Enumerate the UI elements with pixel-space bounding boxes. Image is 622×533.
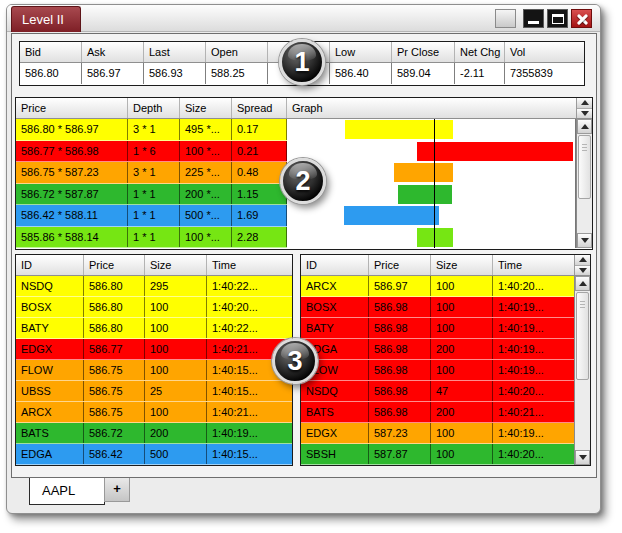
- size-cell: 100: [431, 297, 493, 317]
- column-header-netchg: Net Chg: [455, 42, 505, 62]
- price-cell: 586.80 * 586.97: [16, 119, 128, 140]
- column-header-low: Low: [330, 42, 392, 62]
- size-cell: 100: [145, 339, 207, 359]
- callout-badge-3: 3: [272, 338, 318, 384]
- column-header-size[interactable]: Size: [431, 255, 493, 275]
- ask-row[interactable]: EDGX 587.23 100 1:40:19...: [301, 423, 574, 444]
- size-cell: 200: [431, 402, 493, 422]
- price-cell: 587.87: [369, 444, 431, 464]
- column-header-id[interactable]: ID: [301, 255, 369, 275]
- bid-row[interactable]: UBSS 586.75 25 1:40:15...: [16, 381, 292, 402]
- depth-row[interactable]: 585.86 * 588.14 1 * 1 100 *... 2.28: [16, 227, 287, 249]
- netchg-value: -2.11: [455, 63, 505, 84]
- depth-row[interactable]: 586.72 * 587.87 1 * 1 200 *... 1.15: [16, 184, 287, 206]
- depth-row[interactable]: 586.75 * 587.23 3 * 1 225 *... 0.48: [16, 162, 287, 184]
- id-cell: ARCX: [301, 276, 369, 296]
- scroll-up-button[interactable]: [577, 119, 592, 134]
- column-header-size[interactable]: Size: [145, 255, 207, 275]
- column-header-id[interactable]: ID: [16, 255, 84, 275]
- scroll-thumb[interactable]: [576, 292, 589, 380]
- column-header-price[interactable]: Price: [84, 255, 145, 275]
- id-cell: EDGX: [16, 339, 84, 359]
- size-cell: 100: [145, 318, 207, 338]
- spin-down-button[interactable]: [577, 109, 592, 119]
- price-cell: 586.72: [84, 423, 145, 443]
- id-cell: EDGX: [301, 423, 369, 443]
- minimize-button[interactable]: [523, 9, 544, 28]
- bid-row[interactable]: EDGX 586.77 100 1:40:21...: [16, 339, 292, 360]
- bid-row[interactable]: EDGA 586.42 500 1:40:15...: [16, 444, 292, 465]
- ask-row[interactable]: ARCX 586.97 100 1:40:20...: [301, 276, 574, 297]
- bid-row[interactable]: BOSX 586.80 100 1:40:20...: [16, 297, 292, 318]
- column-header-vol: Vol: [505, 42, 584, 62]
- depth-row[interactable]: 586.77 * 586.98 1 * 6 100 *... 0.21: [16, 141, 287, 163]
- maximize-button[interactable]: [547, 9, 568, 28]
- ask-scrollbar[interactable]: [574, 276, 590, 465]
- scroll-track[interactable]: [575, 381, 590, 450]
- bid-row[interactable]: ARCX 586.75 100 1:40:21...: [16, 402, 292, 423]
- column-header-time[interactable]: Time: [207, 255, 292, 275]
- time-cell: 1:40:20...: [493, 276, 574, 296]
- price-cell: 586.98: [369, 402, 431, 422]
- spread-cell: 1.15: [232, 184, 287, 205]
- spin-up-button[interactable]: [577, 98, 592, 109]
- time-cell: 1:40:19...: [493, 339, 574, 359]
- column-header-bid: Bid: [20, 42, 82, 62]
- ask-row[interactable]: BOSX 586.98 100 1:40:19...: [301, 297, 574, 318]
- column-header-depth[interactable]: Depth: [128, 98, 180, 118]
- bid-row[interactable]: FLOW 586.75 100 1:40:15...: [16, 360, 292, 381]
- depth-header-row: Price Depth Size Spread Graph: [16, 98, 592, 119]
- ask-row[interactable]: NSDQ 586.98 47 1:40:20...: [301, 381, 574, 402]
- price-cell: 586.98: [369, 360, 431, 380]
- id-cell: BATY: [301, 318, 369, 338]
- price-cell: 586.97: [369, 276, 431, 296]
- chevron-down-icon: [581, 238, 589, 243]
- ask-row[interactable]: SBSH 587.87 100 1:40:20...: [301, 444, 574, 465]
- close-button[interactable]: [571, 9, 592, 28]
- size-cell: 200: [145, 423, 207, 443]
- chevron-up-icon: [579, 281, 587, 286]
- scroll-track[interactable]: [577, 200, 592, 233]
- scroll-up-button[interactable]: [575, 276, 590, 291]
- depth-row[interactable]: 586.80 * 586.97 3 * 1 495 *... 0.17: [16, 119, 287, 141]
- time-cell: 1:40:19...: [493, 297, 574, 317]
- price-cell: 585.86 * 588.14: [16, 227, 128, 248]
- depth-scrollbar[interactable]: [576, 119, 592, 248]
- price-cell: 586.75: [84, 402, 145, 422]
- maximize-icon: [552, 14, 564, 24]
- ask-value: 586.97: [82, 63, 144, 84]
- window-title-tab: Level II: [11, 6, 81, 32]
- open-value: 588.25: [206, 63, 268, 84]
- depth-cell: 1 * 6: [128, 141, 180, 162]
- size-cell: 100: [145, 360, 207, 380]
- time-cell: 1:40:22...: [207, 318, 292, 338]
- ask-row[interactable]: BATS 586.98 200 1:40:21...: [301, 402, 574, 423]
- ask-row[interactable]: EDGA 586.98 200 1:40:19...: [301, 339, 574, 360]
- window-blank-button[interactable]: [495, 9, 516, 28]
- column-header-graph[interactable]: Graph: [287, 98, 576, 118]
- depth-cell: 3 * 1: [128, 162, 180, 183]
- size-cell: 47: [431, 381, 493, 401]
- ask-row[interactable]: BATY 586.98 100 1:40:19...: [301, 318, 574, 339]
- bid-row[interactable]: BATS 586.72 200 1:40:19...: [16, 423, 292, 444]
- add-tab-button[interactable]: +: [104, 478, 130, 502]
- scroll-thumb[interactable]: [578, 135, 591, 199]
- chevron-down-icon: [579, 268, 587, 273]
- bid-row[interactable]: NSDQ 586.80 295 1:40:22...: [16, 276, 292, 297]
- titlebar[interactable]: Level II: [7, 5, 600, 32]
- ask-row[interactable]: FLOW 586.98 100 1:40:19...: [301, 360, 574, 381]
- column-header-price[interactable]: Price: [16, 98, 128, 118]
- depth-row[interactable]: 586.42 * 588.11 1 * 1 500 *... 1.69: [16, 205, 287, 227]
- price-cell: 586.75 * 587.23: [16, 162, 128, 183]
- scroll-down-button[interactable]: [575, 450, 590, 465]
- column-header-size[interactable]: Size: [180, 98, 232, 118]
- tab-aapl[interactable]: AAPL: [29, 478, 105, 505]
- spin-down-button[interactable]: [575, 266, 590, 276]
- bid-row[interactable]: BATY 586.80 100 1:40:22...: [16, 318, 292, 339]
- column-header-time[interactable]: Time: [493, 255, 574, 275]
- column-header-price[interactable]: Price: [369, 255, 431, 275]
- scroll-down-button[interactable]: [577, 233, 592, 248]
- column-header-spread[interactable]: Spread: [232, 98, 287, 118]
- spin-up-button[interactable]: [575, 255, 590, 266]
- graph-center-line: [434, 119, 435, 248]
